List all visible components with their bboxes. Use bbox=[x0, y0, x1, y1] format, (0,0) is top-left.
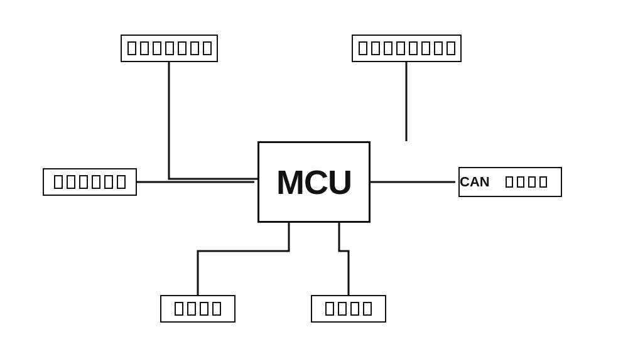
slot bbox=[396, 41, 405, 55]
slot bbox=[421, 41, 430, 55]
slot bbox=[92, 175, 100, 189]
slot bbox=[203, 41, 212, 55]
slot bbox=[371, 41, 380, 55]
top-left-module-box bbox=[121, 35, 218, 62]
mcu-label: MCU bbox=[276, 163, 352, 201]
slot bbox=[212, 302, 221, 316]
slot bbox=[67, 175, 75, 189]
slot bbox=[175, 302, 183, 316]
top-right-module-box bbox=[352, 35, 462, 62]
slot bbox=[409, 41, 418, 55]
mcu-to-bottom-right-line bbox=[339, 223, 349, 295]
slot bbox=[325, 302, 334, 316]
slot bbox=[517, 176, 524, 188]
slot bbox=[434, 41, 443, 55]
slot bbox=[165, 41, 174, 55]
slot bbox=[187, 302, 196, 316]
bottom-left-module-box bbox=[160, 295, 236, 323]
slot bbox=[117, 175, 126, 189]
slot bbox=[127, 41, 136, 55]
slot bbox=[447, 41, 455, 55]
slot bbox=[200, 302, 208, 316]
slot bbox=[350, 302, 359, 316]
slot bbox=[104, 175, 113, 189]
slot bbox=[528, 176, 536, 188]
diagram: CAN MCU bbox=[0, 0, 628, 364]
slot bbox=[338, 302, 347, 316]
left-module-box bbox=[43, 168, 137, 196]
slot bbox=[363, 302, 372, 316]
mcu-box: MCU bbox=[257, 141, 371, 223]
slot bbox=[359, 41, 367, 55]
slot bbox=[178, 41, 187, 55]
slot bbox=[539, 176, 547, 188]
slot bbox=[506, 176, 513, 188]
slot bbox=[384, 41, 392, 55]
mcu-to-bottom-left-line bbox=[198, 223, 289, 295]
bottom-right-module-box bbox=[311, 295, 386, 323]
slot bbox=[140, 41, 149, 55]
top-left-to-mcu-line bbox=[169, 62, 257, 179]
can-module-box: CAN bbox=[458, 167, 562, 197]
slot bbox=[190, 41, 199, 55]
can-label: CAN bbox=[460, 174, 490, 190]
slot bbox=[54, 175, 63, 189]
slot bbox=[79, 175, 88, 189]
slot bbox=[153, 41, 161, 55]
